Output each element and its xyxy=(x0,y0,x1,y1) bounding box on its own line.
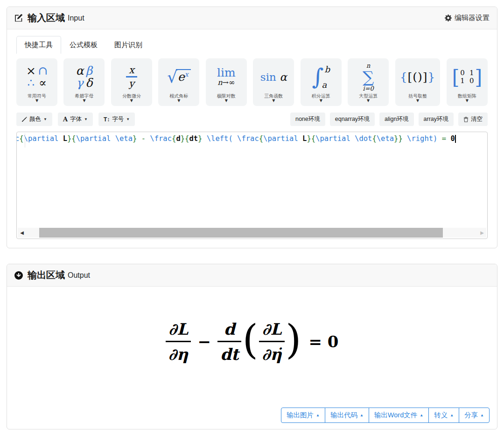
action-button-1[interactable]: 输出代码▲ xyxy=(325,408,369,423)
output-panel-header: 输出区域 Output xyxy=(7,264,497,287)
left-paren: ( xyxy=(242,339,258,344)
symbol-caption: 大型运算 xyxy=(359,93,378,98)
symbol-button-grid4[interactable]: ×∩∴∝常用符号▼ xyxy=(16,58,57,106)
sum-preview-icon: n∑i=0 xyxy=(363,62,374,91)
frac1-denominator: ∂η xyxy=(166,341,191,364)
grid4-preview-icon: ×∩∴∝ xyxy=(26,62,48,91)
env-button-0[interactable]: none环境 xyxy=(290,113,325,126)
action-button-2[interactable]: 输出Word文件▲ xyxy=(369,408,429,423)
symbol-button-row: ×∩∴∝常用符号▼αβγδ希腊字母▼xy分数微分▼√ex根式角标▼limn→∞极… xyxy=(16,58,488,106)
editor-settings-label: 编辑器设置 xyxy=(455,14,490,22)
gear-icon xyxy=(445,14,452,21)
edit-pencil-square-icon xyxy=(14,14,23,22)
output-panel: 输出区域 Output ∂L ∂η − d dt ( ∂L xyxy=(7,264,497,429)
symbol-button-matrix[interactable]: [0110]数组矩阵▼ xyxy=(447,58,488,106)
caret-up-icon: ▲ xyxy=(360,413,364,417)
env-button-2[interactable]: align环境 xyxy=(379,113,413,126)
frac1-numerator: ∂L xyxy=(166,320,191,341)
frac2-numerator: d xyxy=(221,320,238,341)
scrollbar-thumb[interactable] xyxy=(39,228,443,238)
caret-down-icon: ▼ xyxy=(272,98,275,103)
editor-horizontal-scrollbar: ◀ ▶ xyxy=(18,228,486,238)
editor-settings-button[interactable]: 编辑器设置 xyxy=(445,14,490,22)
output-panel-body: ∂L ∂η − d dt ( ∂L ∂η̇ ) = 0 xyxy=(7,287,497,429)
symbol-caption: 常用符号 xyxy=(28,93,46,98)
symbol-caption: 极限对数 xyxy=(217,93,236,98)
fontsize-button[interactable]: T↕字号▼ xyxy=(98,113,135,126)
brush-icon xyxy=(21,117,27,122)
symbol-button-grid4[interactable]: αβγδ希腊字母▼ xyxy=(63,58,105,106)
latex-code-line: c{\partial L}{\partial \eta} - \frac{d}{… xyxy=(16,132,487,144)
frac2-denominator: dt xyxy=(217,341,241,364)
scroll-right-arrow[interactable]: ▶ xyxy=(478,230,486,235)
fontsize-icon: T↕ xyxy=(104,116,110,123)
action-button-4[interactable]: 分享▲ xyxy=(459,408,490,423)
symbol-caption: 希腊字母 xyxy=(75,93,93,98)
font-icon: A xyxy=(63,116,68,123)
env-button-1[interactable]: eqnarray环境 xyxy=(330,113,375,126)
environment-buttons: none环境eqnarray环境align环境array环境 清空 xyxy=(290,113,488,126)
caret-down-icon: ▼ xyxy=(35,98,38,103)
trash-icon xyxy=(463,117,469,122)
tab-0[interactable]: 快捷工具 xyxy=(16,36,61,54)
symbol-caption: 分数微分 xyxy=(122,93,141,98)
caret-down-icon: ▼ xyxy=(225,98,228,103)
symbol-button-fraction[interactable]: xy分数微分▼ xyxy=(111,58,152,106)
caret-down-icon: ▼ xyxy=(416,98,419,103)
caret-up-icon: ▲ xyxy=(450,413,454,417)
caret-down-icon: ▼ xyxy=(43,117,47,121)
scroll-left-arrow[interactable]: ◀ xyxy=(18,230,26,235)
frac3-denominator: ∂η̇ xyxy=(259,341,285,364)
symbol-button-sum[interactable]: n∑i=0大型运算▼ xyxy=(348,58,389,106)
caret-down-icon: ▼ xyxy=(126,117,130,121)
input-panel-body: 快捷工具公式模板图片识别 ×∩∴∝常用符号▼αβγδ希腊字母▼xy分数微分▼√e… xyxy=(7,29,497,239)
caret-up-icon: ▲ xyxy=(480,413,484,417)
func-preview-icon: sin α xyxy=(260,62,287,91)
input-tabs: 快捷工具公式模板图片识别 xyxy=(16,36,488,54)
symbol-button-brackets[interactable]: {[()]}括号取整▼ xyxy=(395,58,441,106)
input-panel: 输入区域 Input 编辑器设置 快捷工具公式模板图片识别 ×∩∴∝常用符号▼α… xyxy=(7,7,497,248)
caret-down-icon: ▼ xyxy=(177,98,180,103)
limit-preview-icon: limn→∞ xyxy=(217,62,236,91)
symbol-button-func[interactable]: sin α三角函数▼ xyxy=(253,58,294,106)
input-title-en: Input xyxy=(68,14,84,22)
panel-gap xyxy=(7,248,497,264)
env-button-group: none环境eqnarray环境align环境array环境 xyxy=(290,113,454,126)
brush-button[interactable]: 颜色▼ xyxy=(16,113,52,126)
action-button-3[interactable]: 转义▲ xyxy=(428,408,459,423)
format-buttons: 颜色▼A字体▼T↕字号▼ xyxy=(16,113,135,126)
caret-down-icon: ▼ xyxy=(83,98,85,103)
brackets-preview-icon: {[()]} xyxy=(400,62,436,91)
caret-up-icon: ▲ xyxy=(420,413,423,417)
matrix-preview-icon: [0110] xyxy=(452,62,482,91)
symbol-button-sqrt[interactable]: √ex根式角标▼ xyxy=(158,58,199,106)
frac3-numerator: ∂L xyxy=(259,320,284,341)
right-paren: ) xyxy=(286,339,301,344)
grid4-preview-icon: αβγδ xyxy=(76,62,92,91)
caret-down-icon: ▼ xyxy=(84,117,88,121)
symbol-button-integral[interactable]: ∫ba积分运算▼ xyxy=(301,58,342,106)
tab-2[interactable]: 图片识别 xyxy=(106,36,151,54)
output-title-zh: 输出区域 xyxy=(28,269,65,281)
output-action-buttons: 输出图片▲输出代码▲输出Word文件▲转义▲分享▲ xyxy=(281,408,490,423)
caret-down-icon: ▼ xyxy=(130,98,133,103)
action-button-0[interactable]: 输出图片▲ xyxy=(281,408,325,423)
input-panel-header: 输入区域 Input 编辑器设置 xyxy=(7,7,497,29)
tab-1[interactable]: 公式模板 xyxy=(61,36,106,54)
sqrt-preview-icon: √ex xyxy=(167,62,190,91)
scrollbar-track[interactable] xyxy=(26,228,478,238)
latex-code-editor[interactable]: c{\partial L}{\partial \eta} - \frac{d}{… xyxy=(16,132,488,239)
clear-label: 清空 xyxy=(471,115,483,123)
symbol-caption: 三角函数 xyxy=(264,93,283,98)
symbol-caption: 积分运算 xyxy=(312,93,330,98)
env-button-3[interactable]: array环境 xyxy=(419,113,454,126)
input-title-zh: 输入区域 xyxy=(28,12,65,24)
fraction-preview-icon: xy xyxy=(126,62,137,91)
latex-editor-page: 输入区域 Input 编辑器设置 快捷工具公式模板图片识别 ×∩∴∝常用符号▼α… xyxy=(0,0,504,436)
font-button[interactable]: A字体▼ xyxy=(58,113,93,126)
clear-button[interactable]: 清空 xyxy=(458,113,488,126)
fraction-dL-detadot: ∂L ∂η̇ xyxy=(259,320,285,364)
symbol-button-limit[interactable]: limn→∞极限对数▼ xyxy=(206,58,247,106)
caret-down-icon: ▼ xyxy=(320,98,322,103)
rendered-equation: ∂L ∂η − d dt ( ∂L ∂η̇ ) = 0 xyxy=(166,320,339,364)
